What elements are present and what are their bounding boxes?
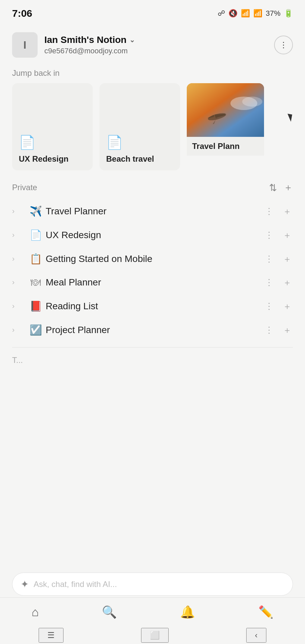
header-info: Ian Smith's Notion ⌄ c9e5676d@moodjoy.co…: [44, 35, 135, 55]
reading-list-icon: 📕: [26, 300, 46, 312]
list-item-project-planner[interactable]: › ☑️ Project Planner ⋮ ＋: [0, 318, 305, 342]
svg-point-2: [242, 97, 262, 107]
edit-icon: ✏️: [258, 605, 273, 619]
ux-redesign-icon: 📄: [26, 229, 46, 241]
reading-list-add[interactable]: ＋: [281, 301, 293, 312]
expand-reading-list[interactable]: ›: [12, 302, 26, 311]
sort-button[interactable]: ⇅: [269, 182, 277, 193]
expand-getting-started[interactable]: ›: [12, 255, 26, 263]
private-header: Private ⇅ ＋: [0, 170, 305, 199]
bluetooth-icon: ☍: [218, 9, 225, 18]
header: I Ian Smith's Notion ⌄ c9e5676d@moodjoy.…: [0, 24, 305, 63]
reading-list-label: Reading List: [46, 301, 263, 312]
card-beach-travel[interactable]: 📄 Beach travel: [99, 83, 180, 170]
android-menu-button[interactable]: ☰: [39, 628, 63, 643]
ai-bar: ✦ Ask, chat, find with AI...: [0, 568, 305, 600]
battery-text: 37%: [266, 9, 280, 18]
nav-home[interactable]: ⌂: [25, 603, 46, 621]
android-home-button[interactable]: ⬜: [141, 628, 169, 643]
header-left[interactable]: I Ian Smith's Notion ⌄ c9e5676d@moodjoy.…: [12, 32, 135, 58]
travel-planner-add[interactable]: ＋: [281, 206, 293, 217]
ux-redesign-actions: ⋮ ＋: [263, 229, 293, 241]
project-planner-icon: ☑️: [26, 324, 46, 336]
ux-redesign-label: UX Redesign: [46, 230, 263, 240]
mute-icon: 🔇: [228, 9, 237, 18]
nav-search[interactable]: 🔍: [95, 603, 124, 621]
nav-notifications[interactable]: 🔔: [173, 603, 202, 621]
card-ux-redesign-icon: 📄: [19, 135, 36, 150]
status-icons: ☍ 🔇 📶 📶 37% 🔋: [218, 9, 293, 18]
private-label: Private: [12, 183, 37, 192]
list-item-ux-redesign[interactable]: › 📄 UX Redesign ⋮ ＋: [0, 223, 305, 247]
workspace-email: c9e5676d@moodjoy.com: [44, 47, 135, 55]
nav-edit[interactable]: ✏️: [252, 603, 280, 621]
card-beach-travel-label: Beach travel: [106, 154, 154, 164]
list-item-reading-list[interactable]: › 📕 Reading List ⋮ ＋: [0, 294, 305, 318]
getting-started-label: Getting Started on Mobile: [46, 254, 263, 264]
card-travel-planner-label: Travel Plann: [187, 137, 264, 156]
project-planner-actions: ⋮ ＋: [263, 324, 293, 336]
signal-icon: 📶: [253, 9, 262, 18]
card-beach-travel-icon: 📄: [106, 135, 123, 150]
ux-redesign-more[interactable]: ⋮: [263, 229, 275, 241]
getting-started-actions: ⋮ ＋: [263, 253, 293, 265]
travel-planner-label: Travel Planner: [46, 206, 263, 217]
bottom-nav: ⌂ 🔍 🔔 ✏️: [0, 597, 305, 627]
card-travel-planner[interactable]: Travel Plann: [187, 83, 264, 170]
list-item-meal-planner[interactable]: › 🍽 Meal Planner ⋮ ＋: [0, 271, 305, 294]
battery-icon: 🔋: [284, 9, 293, 18]
project-planner-label: Project Planner: [46, 325, 263, 335]
expand-meal-planner[interactable]: ›: [12, 278, 26, 287]
project-planner-add[interactable]: ＋: [281, 324, 293, 336]
ai-spark-icon: ✦: [20, 578, 29, 590]
getting-started-more[interactable]: ⋮: [263, 253, 275, 265]
list-items: › ✈️ Travel Planner ⋮ ＋ › 📄 UX Redesign …: [0, 199, 305, 342]
wifi-icon: 📶: [241, 9, 250, 18]
travel-planner-icon: ✈️: [26, 205, 46, 217]
getting-started-add[interactable]: ＋: [281, 253, 293, 265]
section-divider: [12, 347, 293, 347]
meal-planner-icon: 🍽: [26, 277, 46, 288]
travel-planner-more[interactable]: ⋮: [263, 206, 275, 217]
card-ux-redesign[interactable]: 📄 UX Redesign: [12, 83, 93, 170]
reading-list-actions: ⋮ ＋: [263, 301, 293, 312]
jump-back-label: Jump back in: [0, 63, 305, 83]
add-private-button[interactable]: ＋: [284, 181, 293, 194]
card-ux-redesign-label: UX Redesign: [19, 154, 69, 164]
reading-list-more[interactable]: ⋮: [263, 301, 275, 312]
expand-ux-redesign[interactable]: ›: [12, 231, 26, 239]
search-icon: 🔍: [102, 605, 117, 619]
private-actions: ⇅ ＋: [269, 181, 293, 194]
meal-planner-add[interactable]: ＋: [281, 277, 293, 288]
svg-rect-0: [187, 83, 264, 137]
android-back-button[interactable]: ‹: [246, 628, 266, 643]
bell-icon: 🔔: [180, 605, 195, 619]
ux-redesign-add[interactable]: ＋: [281, 229, 293, 241]
template-section: T...: [0, 353, 305, 365]
list-item-travel-planner[interactable]: › ✈️ Travel Planner ⋮ ＋: [0, 199, 305, 223]
ai-input[interactable]: ✦ Ask, chat, find with AI...: [12, 573, 293, 596]
ai-placeholder: Ask, chat, find with AI...: [34, 580, 117, 589]
avatar[interactable]: I: [12, 32, 38, 58]
meal-planner-label: Meal Planner: [46, 277, 263, 288]
cards-row: 📄 UX Redesign 📄 Beach travel: [0, 83, 305, 170]
meal-planner-more[interactable]: ⋮: [263, 277, 275, 288]
workspace-chevron-icon: ⌄: [129, 36, 135, 44]
status-bar: 7:06 ☍ 🔇 📶 📶 37% 🔋: [0, 0, 305, 24]
card-travel-image: [187, 83, 264, 137]
project-planner-more[interactable]: ⋮: [263, 324, 275, 336]
android-nav: ☰ ⬜ ‹: [0, 627, 305, 644]
list-item-getting-started[interactable]: › 📋 Getting Started on Mobile ⋮ ＋: [0, 247, 305, 271]
template-label: T...: [12, 356, 23, 365]
expand-travel-planner[interactable]: ›: [12, 207, 26, 216]
more-button[interactable]: ⋮: [274, 36, 293, 54]
workspace-name[interactable]: Ian Smith's Notion ⌄: [44, 35, 135, 45]
status-time: 7:06: [12, 8, 32, 19]
getting-started-icon: 📋: [26, 253, 46, 265]
travel-planner-actions: ⋮ ＋: [263, 206, 293, 217]
expand-project-planner[interactable]: ›: [12, 326, 26, 334]
home-icon: ⌂: [32, 605, 39, 619]
meal-planner-actions: ⋮ ＋: [263, 277, 293, 288]
